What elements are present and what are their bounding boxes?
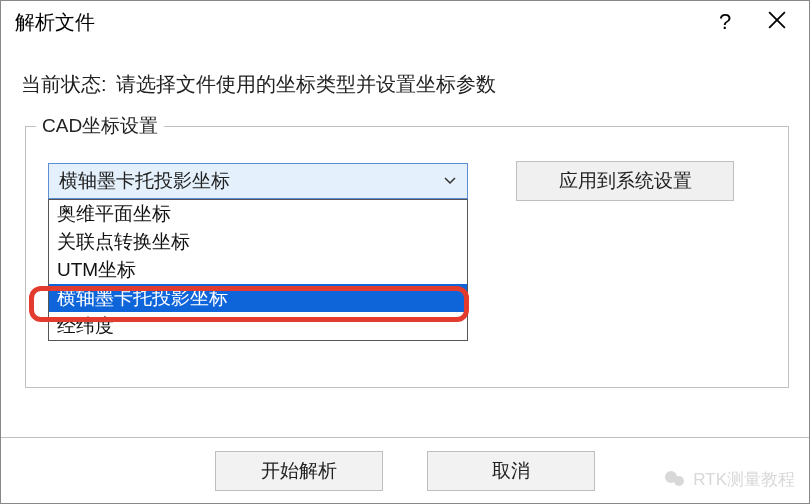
dropdown-option[interactable]: UTM坐标 xyxy=(49,256,467,284)
status-line: 当前状态: 请选择文件使用的坐标类型并设置坐标参数 xyxy=(1,43,809,116)
watermark-text: RTK测量教程 xyxy=(693,468,795,491)
cancel-button[interactable]: 取消 xyxy=(427,451,595,491)
wechat-icon xyxy=(663,467,687,491)
coord-type-dropdown: 奥维平面坐标 关联点转换坐标 UTM坐标 横轴墨卡托投影坐标 经纬度 xyxy=(48,199,468,341)
start-parse-button[interactable]: 开始解析 xyxy=(215,451,383,491)
titlebar: 解析文件 ? xyxy=(1,1,809,43)
dropdown-option-selected[interactable]: 横轴墨卡托投影坐标 xyxy=(49,284,467,312)
close-icon xyxy=(768,9,786,35)
status-label: 当前状态: xyxy=(21,73,107,95)
status-text: 请选择文件使用的坐标类型并设置坐标参数 xyxy=(116,73,496,95)
svg-point-3 xyxy=(674,476,684,486)
dropdown-option[interactable]: 经纬度 xyxy=(49,312,467,340)
combo-selected-value: 横轴墨卡托投影坐标 xyxy=(59,168,443,194)
help-button[interactable]: ? xyxy=(703,1,747,43)
cad-settings-group: CAD坐标设置 横轴墨卡托投影坐标 奥维平面坐标 关联点转换坐标 UTM坐标 横… xyxy=(25,126,789,388)
coord-type-combo[interactable]: 横轴墨卡托投影坐标 xyxy=(48,163,468,199)
window-title: 解析文件 xyxy=(15,9,703,36)
group-title: CAD坐标设置 xyxy=(36,113,164,139)
settings-row: 横轴墨卡托投影坐标 奥维平面坐标 关联点转换坐标 UTM坐标 横轴墨卡托投影坐标… xyxy=(48,161,766,201)
dropdown-option[interactable]: 奥维平面坐标 xyxy=(49,200,467,228)
chevron-down-icon xyxy=(443,174,457,188)
coord-type-combo-wrapper: 横轴墨卡托投影坐标 奥维平面坐标 关联点转换坐标 UTM坐标 横轴墨卡托投影坐标… xyxy=(48,163,468,199)
close-button[interactable] xyxy=(755,1,799,43)
dropdown-option[interactable]: 关联点转换坐标 xyxy=(49,228,467,256)
help-icon: ? xyxy=(719,9,731,35)
watermark: RTK测量教程 xyxy=(663,467,795,491)
apply-to-system-button[interactable]: 应用到系统设置 xyxy=(516,161,734,201)
